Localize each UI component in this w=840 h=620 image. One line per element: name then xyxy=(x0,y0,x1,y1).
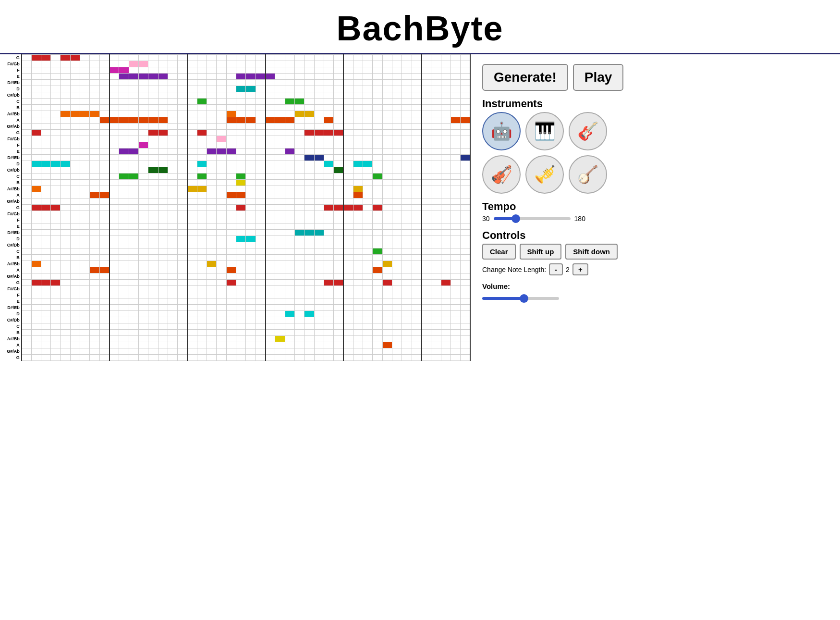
grid-cell[interactable] xyxy=(207,167,217,174)
grid-cell[interactable] xyxy=(178,317,187,323)
grid-cell[interactable] xyxy=(178,311,187,317)
grid-cell[interactable] xyxy=(197,167,207,174)
grid-cell[interactable] xyxy=(402,167,412,174)
grid-cell[interactable] xyxy=(119,205,129,211)
grid-cell[interactable] xyxy=(178,242,187,248)
grid-cell[interactable] xyxy=(382,136,392,142)
grid-cell[interactable] xyxy=(461,355,471,361)
grid-cell[interactable] xyxy=(197,298,207,305)
grid-cell[interactable] xyxy=(90,105,99,111)
grid-cell[interactable] xyxy=(197,111,207,117)
grid-cell[interactable] xyxy=(41,261,50,267)
grid-cell[interactable] xyxy=(363,280,373,286)
grid-cell[interactable] xyxy=(41,198,50,205)
grid-cell[interactable] xyxy=(187,330,197,336)
grid-cell[interactable] xyxy=(450,317,460,323)
grid-cell[interactable] xyxy=(324,192,333,198)
grid-cell[interactable] xyxy=(441,99,450,105)
grid-cell[interactable] xyxy=(266,273,275,280)
grid-cell[interactable] xyxy=(402,105,412,111)
grid-cell[interactable] xyxy=(246,267,256,273)
grid-cell[interactable] xyxy=(138,223,148,230)
grid-cell[interactable] xyxy=(187,236,197,242)
shift-down-button[interactable]: Shift down xyxy=(565,244,618,260)
grid-cell[interactable] xyxy=(246,198,256,205)
grid-cell[interactable] xyxy=(314,280,324,286)
grid-cell[interactable] xyxy=(119,267,129,273)
grid-cell[interactable] xyxy=(61,136,70,142)
grid-cell[interactable] xyxy=(324,311,333,317)
grid-cell[interactable] xyxy=(324,180,333,186)
grid-cell[interactable] xyxy=(22,167,31,174)
grid-cell[interactable] xyxy=(373,92,382,99)
grid-cell[interactable] xyxy=(129,336,138,342)
grid-cell[interactable] xyxy=(382,336,392,342)
grid-cell[interactable] xyxy=(178,80,187,86)
grid-cell[interactable] xyxy=(412,236,421,242)
grid-cell[interactable] xyxy=(207,86,217,92)
grid-cell[interactable] xyxy=(422,117,431,124)
grid-cell[interactable] xyxy=(41,61,50,67)
grid-cell[interactable] xyxy=(373,217,382,223)
grid-cell[interactable] xyxy=(129,167,138,174)
grid-cell[interactable] xyxy=(412,330,421,336)
grid-cell[interactable] xyxy=(450,105,460,111)
grid-cell[interactable] xyxy=(61,61,70,67)
grid-cell[interactable] xyxy=(285,205,294,211)
grid-cell[interactable] xyxy=(41,342,50,348)
grid-cell[interactable] xyxy=(334,186,343,192)
grid-cell[interactable] xyxy=(99,355,109,361)
grid-cell[interactable] xyxy=(168,286,177,292)
grid-cell[interactable] xyxy=(158,155,168,161)
grid-cell[interactable] xyxy=(70,205,80,211)
grid-cell[interactable] xyxy=(392,124,402,130)
grid-cell[interactable] xyxy=(294,330,304,336)
grid-cell[interactable] xyxy=(119,80,129,86)
grid-cell[interactable] xyxy=(129,280,138,286)
grid-cell[interactable] xyxy=(226,292,236,298)
grid-cell[interactable] xyxy=(138,305,148,311)
grid-cell[interactable] xyxy=(363,124,373,130)
grid-cell[interactable] xyxy=(314,167,324,174)
grid-cell[interactable] xyxy=(256,305,265,311)
grid-cell[interactable] xyxy=(343,105,353,111)
grid-cell[interactable] xyxy=(392,205,402,211)
grid-cell[interactable] xyxy=(110,67,119,74)
grid-cell[interactable] xyxy=(461,130,471,136)
grid-cell[interactable] xyxy=(373,142,382,149)
grid-cell[interactable] xyxy=(22,330,31,336)
grid-cell[interactable] xyxy=(70,255,80,261)
grid-cell[interactable] xyxy=(119,149,129,155)
grid-cell[interactable] xyxy=(22,149,31,155)
grid-cell[interactable] xyxy=(246,99,256,105)
grid-cell[interactable] xyxy=(61,223,70,230)
grid-cell[interactable] xyxy=(275,180,285,186)
grid-cell[interactable] xyxy=(110,74,119,80)
grid-cell[interactable] xyxy=(275,323,285,330)
grid-cell[interactable] xyxy=(207,161,217,167)
grid-cell[interactable] xyxy=(314,336,324,342)
grid-cell[interactable] xyxy=(138,355,148,361)
grid-cell[interactable] xyxy=(392,261,402,267)
grid-cell[interactable] xyxy=(168,192,177,198)
grid-cell[interactable] xyxy=(22,261,31,267)
grid-cell[interactable] xyxy=(41,305,50,311)
grid-cell[interactable] xyxy=(178,198,187,205)
grid-cell[interactable] xyxy=(178,167,187,174)
grid-cell[interactable] xyxy=(41,117,50,124)
grid-cell[interactable] xyxy=(80,149,90,155)
grid-cell[interactable] xyxy=(226,223,236,230)
grid-cell[interactable] xyxy=(178,99,187,105)
grid-cell[interactable] xyxy=(422,180,431,186)
grid-cell[interactable] xyxy=(80,255,90,261)
grid-cell[interactable] xyxy=(353,155,363,161)
grid-cell[interactable] xyxy=(256,130,265,136)
grid-cell[interactable] xyxy=(294,242,304,248)
grid-cell[interactable] xyxy=(441,117,450,124)
grid-cell[interactable] xyxy=(373,261,382,267)
grid-cell[interactable] xyxy=(304,273,314,280)
grid-cell[interactable] xyxy=(382,130,392,136)
grid-cell[interactable] xyxy=(138,348,148,355)
grid-cell[interactable] xyxy=(343,92,353,99)
grid-cell[interactable] xyxy=(110,242,119,248)
